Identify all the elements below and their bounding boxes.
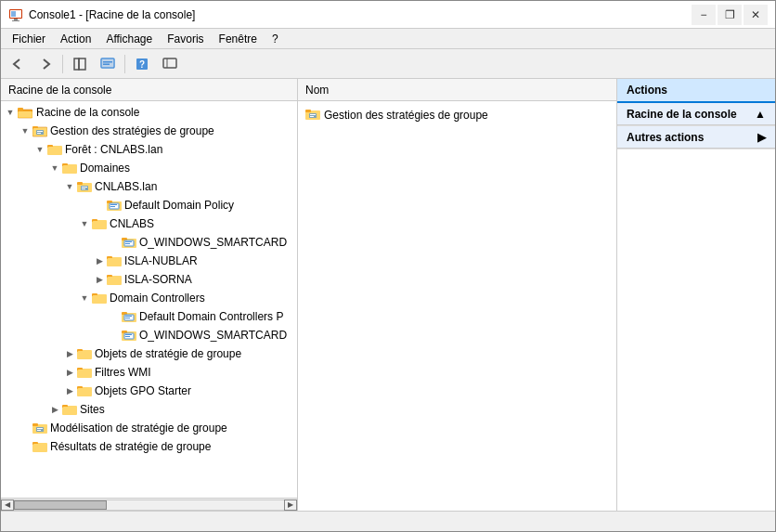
tree-item-cnlabs-lan[interactable]: ▼ CNLABS.lan: [1, 177, 297, 196]
tree-item-isla-nublar[interactable]: ▶ ISLA-NUBLAR: [1, 252, 297, 270]
action-section-racine-label: Racine de la console: [627, 108, 737, 121]
tree-item-racine[interactable]: ▼ Racine de la console: [1, 103, 297, 122]
expand-foret[interactable]: ▼: [32, 142, 47, 157]
action-section-autres[interactable]: Autres actions ▶: [617, 126, 775, 149]
folder-icon-racine: [18, 105, 32, 120]
menu-favoris[interactable]: Favoris: [160, 31, 211, 47]
folder-icon-sites: [62, 402, 77, 417]
tree-item-gestion[interactable]: ▼ Gestion des stratégies de groupe: [1, 122, 297, 140]
tree-item-filtres-wmi[interactable]: ▶ Filtres WMI: [1, 363, 297, 382]
svg-rect-3: [14, 19, 18, 20]
svg-rect-30: [48, 147, 61, 154]
restore-button[interactable]: ❐: [718, 5, 742, 25]
svg-rect-76: [78, 370, 91, 377]
tree-label-modelisation: Modélisation de stratégie de groupe: [50, 422, 227, 435]
expand-objets-strategie[interactable]: ▶: [62, 346, 77, 361]
mid-item-gestion[interactable]: Gestion des stratégies de groupe: [302, 105, 613, 125]
expand-domain-controllers[interactable]: ▼: [77, 291, 92, 305]
tree-item-default-domain-policy[interactable]: Default Domain Policy: [1, 196, 297, 214]
tree-label-cnlabs-lan: CNLABS.lan: [95, 180, 157, 193]
svg-rect-8: [102, 59, 113, 67]
expand-cnlabs-lan[interactable]: ▼: [62, 179, 77, 194]
svg-rect-43: [110, 206, 115, 207]
expand-sites[interactable]: ▶: [47, 402, 62, 417]
forward-button[interactable]: [32, 52, 58, 76]
tree-item-sites[interactable]: ▶ Sites: [1, 400, 297, 419]
extra-button[interactable]: [157, 52, 183, 76]
tree-item-o-windows-1[interactable]: O_WINDOWS_SMARTCARD: [1, 233, 297, 252]
status-bar: [1, 511, 775, 531]
expand-isla-nublar[interactable]: ▶: [92, 253, 107, 268]
tree-label-foret: Forêt : CNLABS.lan: [65, 143, 162, 156]
tree-item-domain-controllers[interactable]: ▼ Domain Controllers: [1, 289, 297, 307]
mid-content[interactable]: Gestion des stratégies de groupe: [298, 101, 616, 511]
toolbar-separator-2: [124, 55, 125, 73]
tree-item-resultats[interactable]: Résultats de stratégie de groupe: [1, 437, 297, 456]
tree-item-foret[interactable]: ▼ Forêt : CNLABS.lan: [1, 140, 297, 159]
close-button[interactable]: ✕: [744, 5, 768, 25]
icon-default-dc-policy: [122, 309, 136, 324]
mid-label-gestion: Gestion des stratégies de groupe: [324, 109, 488, 122]
expand-cnlabs[interactable]: ▼: [77, 216, 92, 231]
hscroll-track[interactable]: [14, 500, 284, 511]
svg-rect-73: [78, 351, 91, 358]
expand-domaines[interactable]: ▼: [47, 161, 62, 175]
icon-o-windows-1: [122, 235, 136, 250]
svg-rect-37: [82, 187, 87, 188]
tree-label-sites: Sites: [80, 403, 105, 416]
svg-rect-69: [125, 334, 132, 335]
tree-item-cnlabs[interactable]: ▼ CNLABS: [1, 214, 297, 233]
icon-default-domain-policy: [107, 198, 122, 213]
menu-fenetre[interactable]: Fenêtre: [212, 31, 265, 47]
mid-header-nom: Nom: [305, 84, 329, 97]
tree-item-domaines[interactable]: ▼ Domaines: [1, 159, 297, 177]
hscroll-left[interactable]: ◀: [1, 500, 14, 511]
tree-label-domain-controllers: Domain Controllers: [110, 292, 205, 305]
minimize-button[interactable]: −: [692, 5, 716, 25]
hscroll-thumb[interactable]: [14, 500, 107, 510]
app-icon: [8, 7, 23, 22]
window-title: Console1 - [Racine de la console]: [29, 8, 692, 21]
tree-header-text: Racine de la console: [8, 84, 111, 97]
tree-item-isla-sorna[interactable]: ▶ ISLA-SORNA: [1, 270, 297, 289]
menu-affichage[interactable]: Affichage: [98, 31, 160, 47]
folder-icon-resultats: [32, 439, 47, 454]
tree-item-objets-strategie[interactable]: ▶ Objets de stratégie de groupe: [1, 344, 297, 363]
expand-gestion[interactable]: ▼: [18, 123, 32, 138]
svg-rect-79: [78, 388, 91, 396]
tree-label-default-dc-policy: Default Domain Controllers P: [139, 310, 283, 323]
action-section-racine[interactable]: Racine de la console ▲: [617, 103, 775, 125]
tree-label-objets-gpo-starter: Objets GPO Starter: [95, 384, 191, 397]
svg-rect-6: [79, 58, 85, 70]
tree-item-default-dc-policy[interactable]: Default Domain Controllers P: [1, 307, 297, 326]
svg-rect-57: [108, 277, 121, 284]
hscroll-right[interactable]: ▶: [284, 500, 297, 511]
svg-rect-10: [103, 63, 110, 65]
show-hide-button[interactable]: [67, 52, 93, 76]
help-button[interactable]: ?: [129, 52, 155, 76]
main-area: Racine de la console ▼: [1, 79, 775, 511]
expand-racine[interactable]: ▼: [3, 105, 18, 120]
folder-icon-domain-controllers: [92, 291, 107, 305]
expand-filtres-wmi[interactable]: ▶: [62, 365, 77, 380]
expand-objets-gpo-starter[interactable]: ▶: [62, 383, 77, 398]
tree-item-o-windows-2[interactable]: O_WINDOWS_SMARTCARD: [1, 326, 297, 344]
expand-isla-sorna[interactable]: ▶: [92, 272, 107, 287]
svg-rect-60: [93, 295, 106, 303]
svg-rect-64: [125, 316, 132, 317]
menu-fichier[interactable]: Fichier: [5, 31, 53, 47]
svg-rect-13: [163, 58, 176, 68]
svg-rect-90: [33, 444, 46, 451]
tree-item-objets-gpo-starter[interactable]: ▶ Objets GPO Starter: [1, 382, 297, 400]
menu-help[interactable]: ?: [265, 31, 286, 47]
tree-hscroll[interactable]: ◀ ▶: [1, 498, 297, 511]
actions-panel: Actions Racine de la console ▲ Autres ac…: [617, 79, 775, 511]
tree-label-isla-sorna: ISLA-SORNA: [124, 273, 192, 286]
svg-rect-25: [36, 130, 44, 135]
properties-button[interactable]: [95, 52, 121, 76]
chevron-racine-icon: ▲: [755, 108, 766, 121]
tree-item-modelisation[interactable]: Modélisation de stratégie de groupe: [1, 419, 297, 437]
back-button[interactable]: [5, 52, 31, 76]
tree-content[interactable]: ▼ Racine de la console: [1, 101, 297, 498]
menu-action[interactable]: Action: [53, 31, 98, 47]
